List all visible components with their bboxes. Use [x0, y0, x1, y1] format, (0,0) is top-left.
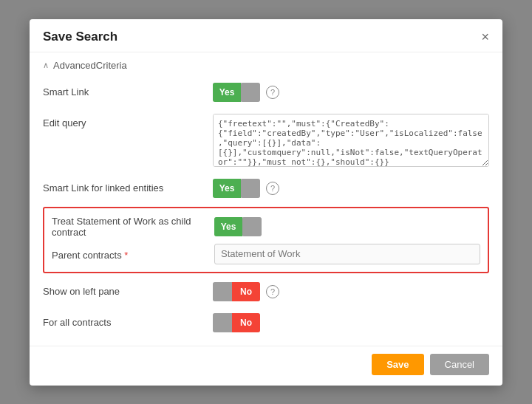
- treat-statement-toggle[interactable]: Yes: [214, 217, 262, 236]
- save-button[interactable]: Save: [372, 354, 423, 375]
- edit-query-row: Edit query {"freetext":"","must":{"Creat…: [43, 108, 489, 173]
- modal-overlay: Save Search × ∧ AdvancedCriteria Smart L…: [0, 0, 532, 404]
- for-all-contracts-toggle[interactable]: No: [213, 313, 260, 332]
- edit-query-control: {"freetext":"","must":{"CreatedBy":{"fie…: [213, 114, 489, 167]
- show-left-pane-help-icon[interactable]: ?: [266, 285, 279, 298]
- required-star: *: [124, 250, 128, 261]
- section-header: ∧ AdvancedCriteria: [43, 52, 489, 77]
- toggle-off-indicator3: [242, 217, 262, 236]
- modal-title: Save Search: [43, 30, 117, 44]
- for-all-contracts-control: No: [213, 313, 489, 332]
- toggle-off-indicator2: [241, 179, 260, 198]
- parent-contracts-label: Parent contracts *: [52, 247, 214, 261]
- toggle-no-label5: No: [232, 313, 260, 332]
- for-all-contracts-row: For all contracts No: [43, 307, 489, 338]
- smart-link-label: Smart Link: [43, 83, 213, 97]
- section-label: AdvancedCriteria: [53, 60, 127, 71]
- show-left-pane-row: Show on left pane No ?: [43, 276, 489, 307]
- toggle-yes-label: Yes: [213, 83, 241, 102]
- toggle-yes-label3: Yes: [214, 217, 242, 236]
- parent-contracts-control: [214, 244, 480, 264]
- smart-link-help-icon[interactable]: ?: [266, 86, 279, 99]
- toggle-left-gray2: [213, 313, 232, 332]
- toggle-off-indicator: [241, 83, 260, 102]
- close-button[interactable]: ×: [481, 30, 489, 44]
- smart-link-linked-row: Smart Link for linked entities Yes ?: [43, 173, 489, 204]
- for-all-contracts-label: For all contracts: [43, 313, 213, 328]
- show-left-pane-label: Show on left pane: [43, 282, 213, 297]
- chevron-icon: ∧: [43, 61, 49, 70]
- smart-link-toggle[interactable]: Yes: [213, 83, 260, 102]
- edit-query-label: Edit query: [43, 114, 213, 129]
- parent-contracts-row: Parent contracts *: [52, 241, 480, 267]
- smart-link-linked-toggle[interactable]: Yes: [213, 179, 260, 198]
- highlighted-section: Treat Statement of Work as child contrac…: [43, 207, 489, 273]
- smart-link-row: Smart Link Yes ?: [43, 77, 489, 108]
- smart-link-control: Yes ?: [213, 83, 489, 102]
- smart-link-linked-control: Yes ?: [213, 179, 489, 198]
- modal-header: Save Search ×: [30, 19, 502, 52]
- toggle-left-gray: [213, 282, 232, 301]
- edit-query-textarea[interactable]: {"freetext":"","must":{"CreatedBy":{"fie…: [213, 114, 489, 167]
- modal-footer: Save Cancel: [30, 346, 502, 386]
- smart-link-linked-label: Smart Link for linked entities: [43, 179, 213, 194]
- modal-body: ∧ AdvancedCriteria Smart Link Yes ? Edit…: [30, 52, 502, 346]
- save-search-modal: Save Search × ∧ AdvancedCriteria Smart L…: [30, 19, 502, 386]
- cancel-button[interactable]: Cancel: [430, 354, 489, 375]
- treat-statement-label: Treat Statement of Work as child contrac…: [52, 216, 214, 238]
- show-left-pane-toggle[interactable]: No: [213, 282, 260, 301]
- toggle-no-label4: No: [232, 282, 260, 301]
- toggle-yes-label2: Yes: [213, 179, 241, 198]
- treat-statement-control: Yes: [214, 217, 480, 236]
- smart-link-linked-help-icon[interactable]: ?: [266, 182, 279, 195]
- parent-contracts-input[interactable]: [214, 244, 480, 264]
- show-left-pane-control: No ?: [213, 282, 489, 301]
- treat-statement-row: Treat Statement of Work as child contrac…: [52, 213, 480, 241]
